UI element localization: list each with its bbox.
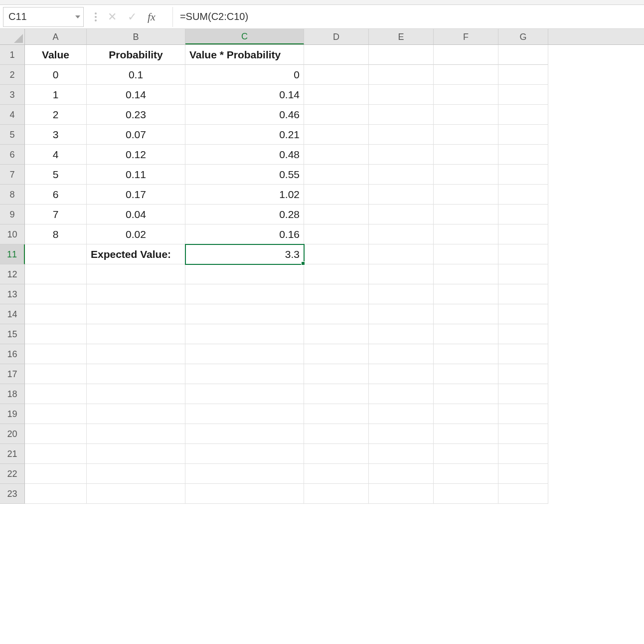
cell[interactable] <box>369 264 434 284</box>
cell[interactable] <box>185 344 304 364</box>
cell[interactable] <box>434 244 498 264</box>
cell[interactable]: 0.23 <box>87 105 185 125</box>
cell[interactable] <box>498 264 548 284</box>
cell[interactable] <box>185 264 304 284</box>
cell[interactable] <box>369 304 434 324</box>
cell[interactable]: 0 <box>185 65 304 85</box>
cell[interactable] <box>434 105 498 125</box>
chevron-down-icon[interactable] <box>75 15 80 18</box>
cell[interactable] <box>25 284 87 304</box>
cell[interactable] <box>304 444 369 464</box>
cell[interactable]: 0.02 <box>87 224 185 244</box>
cell[interactable]: 0.55 <box>185 165 304 185</box>
cell[interactable]: 0.16 <box>185 224 304 244</box>
row-header[interactable]: 18 <box>0 384 25 404</box>
cell[interactable] <box>304 224 369 244</box>
row-header[interactable]: 21 <box>0 444 25 464</box>
cell[interactable] <box>434 284 498 304</box>
cell[interactable] <box>434 364 498 384</box>
cell[interactable] <box>434 484 498 504</box>
col-header-E[interactable]: E <box>369 29 434 44</box>
cell[interactable] <box>434 165 498 185</box>
cell[interactable]: 0.48 <box>185 145 304 165</box>
cell[interactable] <box>369 344 434 364</box>
col-header-G[interactable]: G <box>498 29 548 44</box>
cell[interactable] <box>304 165 369 185</box>
cell[interactable]: 2 <box>25 105 87 125</box>
cell[interactable] <box>87 284 185 304</box>
cell[interactable] <box>369 364 434 384</box>
cell[interactable] <box>304 424 369 444</box>
cell[interactable] <box>304 264 369 284</box>
cell[interactable] <box>25 404 87 424</box>
cell[interactable] <box>304 384 369 404</box>
cell[interactable] <box>434 224 498 244</box>
cell[interactable] <box>498 384 548 404</box>
cell[interactable] <box>304 344 369 364</box>
cell[interactable] <box>25 384 87 404</box>
cell[interactable] <box>369 464 434 484</box>
cell[interactable] <box>369 444 434 464</box>
cell[interactable] <box>369 384 434 404</box>
cell[interactable]: 3.3 <box>185 244 304 264</box>
row-header[interactable]: 12 <box>0 264 25 284</box>
cell[interactable] <box>25 344 87 364</box>
cell[interactable] <box>304 284 369 304</box>
col-header-C[interactable]: C <box>185 29 304 44</box>
cell[interactable] <box>369 65 434 85</box>
row-header[interactable]: 14 <box>0 304 25 324</box>
cell[interactable] <box>498 424 548 444</box>
cell[interactable] <box>87 384 185 404</box>
cell[interactable] <box>369 185 434 205</box>
fill-handle[interactable] <box>301 261 305 265</box>
menu-dots-icon[interactable] <box>95 12 97 21</box>
cell[interactable]: 0.12 <box>87 145 185 165</box>
cell[interactable]: 3 <box>25 125 87 145</box>
cell[interactable]: 0.11 <box>87 165 185 185</box>
cell[interactable] <box>369 105 434 125</box>
cell[interactable] <box>434 45 498 65</box>
cell[interactable] <box>498 284 548 304</box>
cell[interactable] <box>369 45 434 65</box>
cell[interactable] <box>185 424 304 444</box>
row-header[interactable]: 19 <box>0 404 25 424</box>
cell[interactable] <box>498 185 548 205</box>
cell[interactable]: 0.46 <box>185 105 304 125</box>
cell[interactable] <box>498 105 548 125</box>
cell[interactable] <box>304 145 369 165</box>
cell[interactable] <box>25 264 87 284</box>
row-header[interactable]: 22 <box>0 464 25 484</box>
cell[interactable] <box>304 105 369 125</box>
formula-input[interactable] <box>172 7 644 27</box>
cell[interactable] <box>25 484 87 504</box>
cell[interactable] <box>304 125 369 145</box>
cell[interactable]: 8 <box>25 224 87 244</box>
cell[interactable] <box>498 404 548 424</box>
cell[interactable] <box>87 444 185 464</box>
cell[interactable] <box>369 484 434 504</box>
row-header[interactable]: 23 <box>0 484 25 504</box>
cell[interactable] <box>87 324 185 344</box>
cell[interactable] <box>369 205 434 224</box>
select-all-corner[interactable] <box>0 29 25 44</box>
row-header[interactable]: 2 <box>0 65 25 85</box>
cell[interactable] <box>185 304 304 324</box>
row-header[interactable]: 8 <box>0 185 25 205</box>
cell[interactable]: 4 <box>25 145 87 165</box>
cell[interactable] <box>369 145 434 165</box>
cell[interactable] <box>87 304 185 324</box>
cell[interactable] <box>87 404 185 424</box>
cell[interactable]: 0 <box>25 65 87 85</box>
cell[interactable] <box>87 364 185 384</box>
row-header[interactable]: 15 <box>0 324 25 344</box>
cell[interactable] <box>87 484 185 504</box>
cell[interactable]: Value * Probability <box>185 45 304 65</box>
cell[interactable]: Expected Value: <box>87 244 185 264</box>
row-header[interactable]: 20 <box>0 424 25 444</box>
cell[interactable]: 0.07 <box>87 125 185 145</box>
cell[interactable] <box>25 244 87 264</box>
cell[interactable] <box>304 65 369 85</box>
cell[interactable] <box>304 185 369 205</box>
cell[interactable] <box>185 444 304 464</box>
row-header[interactable]: 7 <box>0 165 25 185</box>
